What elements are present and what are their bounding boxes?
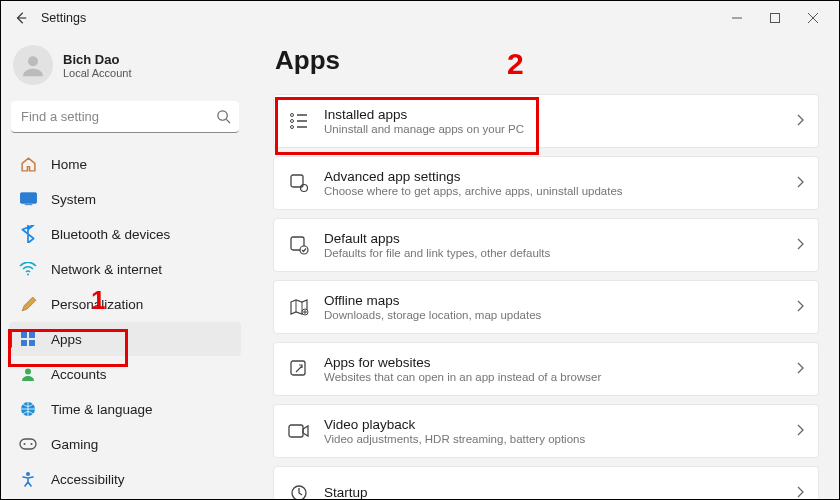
sidebar-item-bluetooth[interactable]: Bluetooth & devices xyxy=(9,217,241,251)
person-icon xyxy=(18,50,48,80)
svg-rect-24 xyxy=(291,361,305,375)
card-offline-maps[interactable]: Offline mapsDownloads, storage location,… xyxy=(273,280,819,334)
page-title: Apps xyxy=(275,45,819,76)
sidebar-item-home[interactable]: Home xyxy=(9,147,241,181)
sidebar-item-label: Home xyxy=(51,157,87,172)
card-title: Startup xyxy=(324,485,782,499)
card-subtitle: Websites that can open in an app instead… xyxy=(324,371,782,383)
svg-point-17 xyxy=(291,120,294,123)
bluetooth-icon xyxy=(19,225,37,243)
svg-rect-4 xyxy=(24,204,32,205)
default-apps-icon xyxy=(288,234,310,256)
arrow-left-icon xyxy=(14,11,28,25)
svg-point-18 xyxy=(291,126,294,129)
card-video-playback[interactable]: Video playbackVideo adjustments, HDR str… xyxy=(273,404,819,458)
minimize-icon xyxy=(732,13,742,23)
card-subtitle: Defaults for file and link types, other … xyxy=(324,247,782,259)
sidebar: Bich Dao Local Account Home System Bluet… xyxy=(1,35,249,499)
gaming-icon xyxy=(19,435,37,453)
system-icon xyxy=(19,190,37,208)
close-button[interactable] xyxy=(795,6,831,30)
sidebar-item-gaming[interactable]: Gaming xyxy=(9,427,241,461)
card-title: Apps for websites xyxy=(324,355,782,370)
svg-point-14 xyxy=(31,443,33,445)
search-input[interactable] xyxy=(11,101,239,133)
sidebar-item-accounts[interactable]: Accounts xyxy=(9,357,241,391)
card-title: Offline maps xyxy=(324,293,782,308)
card-advanced-app-settings[interactable]: Advanced app settingsChoose where to get… xyxy=(273,156,819,210)
nav-list: Home System Bluetooth & devices Network … xyxy=(9,147,241,496)
avatar xyxy=(13,45,53,85)
sidebar-item-network[interactable]: Network & internet xyxy=(9,252,241,286)
card-title: Default apps xyxy=(324,231,782,246)
minimize-button[interactable] xyxy=(719,6,755,30)
svg-point-5 xyxy=(27,274,29,276)
sidebar-item-time[interactable]: Time & language xyxy=(9,392,241,426)
home-icon xyxy=(19,155,37,173)
svg-rect-9 xyxy=(29,340,35,346)
chevron-right-icon xyxy=(796,422,804,440)
wifi-icon xyxy=(19,260,37,278)
account-block[interactable]: Bich Dao Local Account xyxy=(9,41,241,97)
sidebar-item-label: Accessibility xyxy=(51,472,125,487)
accessibility-icon xyxy=(19,470,37,488)
svg-rect-25 xyxy=(289,425,303,437)
card-subtitle: Uninstall and manage apps on your PC xyxy=(324,123,782,135)
svg-point-13 xyxy=(24,443,26,445)
chevron-right-icon xyxy=(796,174,804,192)
svg-rect-7 xyxy=(29,332,35,338)
svg-rect-0 xyxy=(771,14,780,23)
svg-point-15 xyxy=(26,472,30,476)
window-controls xyxy=(719,6,831,30)
card-title: Advanced app settings xyxy=(324,169,782,184)
maximize-icon xyxy=(770,13,780,23)
sidebar-item-label: Network & internet xyxy=(51,262,162,277)
chevron-right-icon xyxy=(796,484,804,499)
globe-icon xyxy=(19,400,37,418)
svg-rect-8 xyxy=(21,340,27,346)
card-startup[interactable]: Startup xyxy=(273,466,819,499)
svg-rect-3 xyxy=(20,193,36,203)
card-installed-apps[interactable]: Installed appsUninstall and manage apps … xyxy=(273,94,819,148)
accounts-icon xyxy=(19,365,37,383)
brush-icon xyxy=(19,295,37,313)
sidebar-item-system[interactable]: System xyxy=(9,182,241,216)
sidebar-item-label: Accounts xyxy=(51,367,107,382)
app-gear-icon xyxy=(288,172,310,194)
sidebar-item-accessibility[interactable]: Accessibility xyxy=(9,462,241,496)
card-title: Video playback xyxy=(324,417,782,432)
sidebar-item-apps[interactable]: Apps xyxy=(9,322,241,356)
sidebar-item-label: Gaming xyxy=(51,437,98,452)
svg-point-2 xyxy=(218,111,227,120)
chevron-right-icon xyxy=(796,360,804,378)
maximize-button[interactable] xyxy=(757,6,793,30)
svg-point-16 xyxy=(291,114,294,117)
card-apps-for-websites[interactable]: Apps for websitesWebsites that can open … xyxy=(273,342,819,396)
list-icon xyxy=(288,110,310,132)
account-type: Local Account xyxy=(63,67,132,79)
main-panel: Apps Installed appsUninstall and manage … xyxy=(249,35,839,499)
card-subtitle: Downloads, storage location, map updates xyxy=(324,309,782,321)
account-name: Bich Dao xyxy=(63,52,132,67)
card-subtitle: Video adjustments, HDR streaming, batter… xyxy=(324,433,782,445)
sidebar-item-label: Personalization xyxy=(51,297,143,312)
chevron-right-icon xyxy=(796,112,804,130)
card-default-apps[interactable]: Default appsDefaults for file and link t… xyxy=(273,218,819,272)
svg-point-10 xyxy=(25,369,31,375)
card-subtitle: Choose where to get apps, archive apps, … xyxy=(324,185,782,197)
card-title: Installed apps xyxy=(324,107,782,122)
startup-icon xyxy=(288,482,310,499)
link-icon xyxy=(288,358,310,380)
chevron-right-icon xyxy=(796,298,804,316)
titlebar: Settings xyxy=(1,1,839,35)
close-icon xyxy=(808,13,818,23)
svg-rect-12 xyxy=(20,439,36,449)
sidebar-item-label: Apps xyxy=(51,332,82,347)
svg-rect-6 xyxy=(21,332,27,338)
back-button[interactable] xyxy=(9,6,33,30)
chevron-right-icon xyxy=(796,236,804,254)
sidebar-item-label: System xyxy=(51,192,96,207)
apps-icon xyxy=(19,330,37,348)
sidebar-item-personalization[interactable]: Personalization xyxy=(9,287,241,321)
window-title: Settings xyxy=(41,11,86,25)
